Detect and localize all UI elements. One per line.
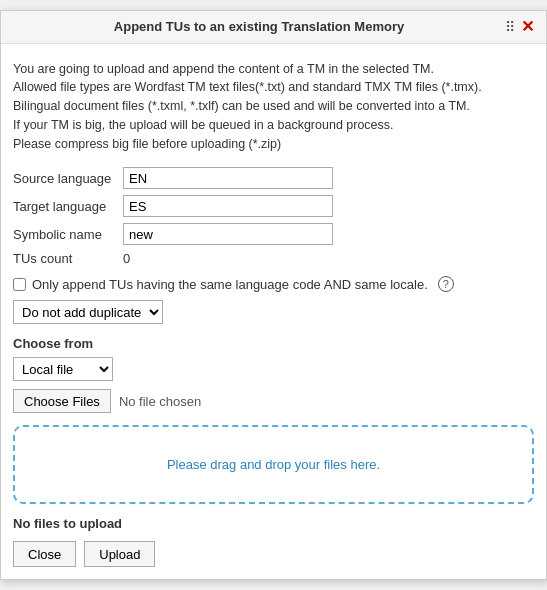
checkbox-row: Only append TUs having the same language… — [13, 276, 534, 292]
source-language-row: Source language — [13, 167, 534, 189]
grid-icon[interactable]: ⠿ — [505, 19, 515, 35]
choose-files-button[interactable]: Choose Files — [13, 389, 111, 413]
choose-from-title: Choose from — [13, 336, 534, 351]
dialog-header: Append TUs to an existing Translation Me… — [1, 11, 546, 44]
duplicate-select-row: Do not add duplicate Add duplicate — [13, 300, 534, 324]
dialog-container: Append TUs to an existing Translation Me… — [0, 10, 547, 581]
dialog-body: You are going to upload and append the c… — [1, 44, 546, 580]
target-language-row: Target language — [13, 195, 534, 217]
tus-count-value: 0 — [123, 251, 130, 266]
close-icon[interactable]: ✕ — [521, 19, 534, 35]
source-language-input[interactable] — [123, 167, 333, 189]
symbolic-name-input[interactable] — [123, 223, 333, 245]
choose-from-section: Choose from Local file URL — [13, 336, 534, 381]
no-files-label: No files to upload — [13, 516, 534, 531]
checkbox-label: Only append TUs having the same language… — [32, 277, 428, 292]
duplicate-select[interactable]: Do not add duplicate Add duplicate — [13, 300, 163, 324]
dialog-title: Append TUs to an existing Translation Me… — [13, 19, 505, 34]
description-text: You are going to upload and append the c… — [13, 60, 534, 154]
help-icon[interactable]: ? — [438, 276, 454, 292]
action-buttons-row: Close Upload — [13, 541, 534, 567]
target-language-input[interactable] — [123, 195, 333, 217]
choose-from-row: Local file URL — [13, 357, 534, 381]
drop-zone-text: Please drag and drop your files here. — [167, 457, 380, 472]
symbolic-name-row: Symbolic name — [13, 223, 534, 245]
tus-count-label: TUs count — [13, 251, 123, 266]
same-locale-checkbox[interactable] — [13, 278, 26, 291]
choose-from-select[interactable]: Local file URL — [13, 357, 113, 381]
source-language-label: Source language — [13, 171, 123, 186]
symbolic-name-label: Symbolic name — [13, 227, 123, 242]
upload-button[interactable]: Upload — [84, 541, 155, 567]
close-button[interactable]: Close — [13, 541, 76, 567]
drop-zone[interactable]: Please drag and drop your files here. — [13, 425, 534, 504]
target-language-label: Target language — [13, 199, 123, 214]
file-row: Choose Files No file chosen — [13, 389, 534, 413]
file-status-text: No file chosen — [119, 394, 201, 409]
header-icons: ⠿ ✕ — [505, 19, 534, 35]
tus-count-row: TUs count 0 — [13, 251, 534, 266]
